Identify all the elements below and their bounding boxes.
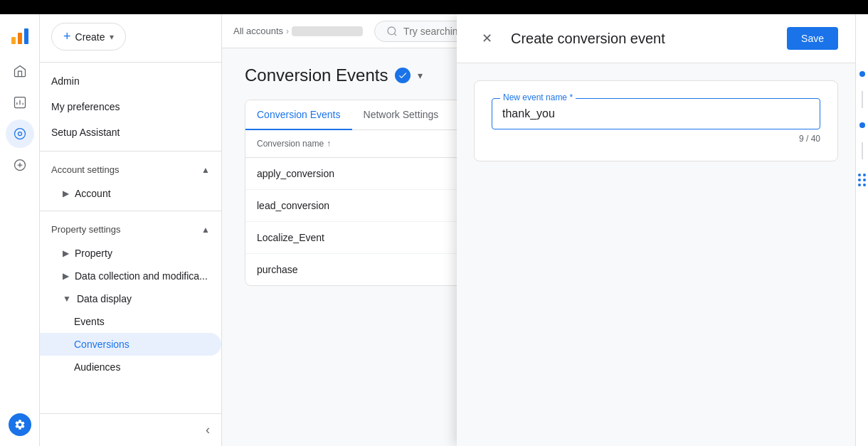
sidebar-item-data-collection[interactable]: ▶ Data collection and modifica... [40, 265, 221, 287]
sidebar-item-account[interactable]: ▶ Account [40, 182, 221, 205]
app-logo [0, 20, 39, 57]
svg-point-5 [18, 132, 21, 136]
conversions-label: Conversions [74, 339, 129, 350]
sidebar-item-events[interactable]: Events [40, 310, 221, 333]
property-label: Property [75, 248, 112, 259]
collapse-sidebar-button[interactable]: ‹ [206, 423, 210, 437]
chevron-down-icon: ▾ [110, 32, 114, 42]
col-conversion-name-label: Conversion name [257, 139, 324, 149]
save-button[interactable]: Save [787, 27, 838, 50]
svg-point-7 [388, 27, 396, 35]
event-name-label: New event name * [500, 92, 576, 102]
sidebar: + Create ▾ Admin My preferences Setup As… [40, 14, 222, 446]
create-button-label: Create [75, 31, 105, 43]
admin-label: Admin [51, 75, 80, 87]
close-panel-button[interactable]: ✕ [474, 26, 499, 51]
sidebar-divider-2 [40, 151, 221, 152]
preferences-label: My preferences [51, 101, 120, 112]
edge-dot-2 [859, 122, 865, 128]
panel-title: Create conversion event [511, 31, 665, 47]
tab-network-settings[interactable]: Network Settings [352, 100, 450, 130]
account-label: Account [75, 188, 111, 199]
account-name-blurred [292, 26, 363, 36]
page-title-text: Conversion Events [245, 65, 388, 85]
sidebar-item-conversions[interactable]: Conversions [40, 333, 221, 356]
sidebar-footer: ‹ [40, 413, 221, 446]
breadcrumb-separator: › [286, 26, 289, 36]
sidebar-item-property[interactable]: ▶ Property [40, 242, 221, 265]
edge-dot [859, 71, 865, 77]
sidebar-item-audiences[interactable]: Audiences [40, 356, 221, 378]
sidebar-divider [40, 62, 221, 63]
property-settings-label: Property settings [51, 224, 121, 235]
events-label: Events [74, 316, 105, 327]
account-settings-collapse-icon: ▲ [201, 165, 210, 175]
sidebar-item-setup[interactable]: Setup Assistant [40, 120, 221, 145]
create-button[interactable]: + Create ▾ [51, 23, 126, 51]
svg-rect-2 [24, 28, 28, 44]
panel-header: ✕ Create conversion event Save [457, 14, 855, 63]
nav-home-icon[interactable] [6, 57, 34, 85]
all-accounts-label: All accounts [233, 26, 283, 36]
data-display-chevron-icon: ▼ [63, 294, 71, 304]
chevron-right-icon: ▶ [63, 189, 69, 198]
setup-label: Setup Assistant [51, 127, 120, 138]
settings-circle[interactable] [9, 413, 31, 436]
right-panel: ✕ Create conversion event Save New event… [457, 14, 855, 446]
sidebar-item-admin[interactable]: Admin [40, 68, 221, 94]
right-edge [855, 14, 868, 446]
icon-nav [0, 14, 40, 446]
event-name-input[interactable] [492, 98, 820, 129]
property-settings-section[interactable]: Property settings ▲ [40, 217, 221, 242]
data-collection-chevron-icon: ▶ [63, 271, 69, 281]
data-display-label: Data display [77, 293, 132, 304]
title-verified-badge [395, 68, 411, 83]
sidebar-divider-3 [40, 211, 221, 211]
sidebar-item-data-display[interactable]: ▼ Data display [40, 287, 221, 310]
search-icon [386, 26, 398, 37]
account-settings-section[interactable]: Account settings ▲ [40, 157, 221, 182]
page-title: Conversion Events ▾ [245, 65, 423, 85]
property-chevron-icon: ▶ [63, 248, 69, 258]
edge-line [862, 91, 863, 108]
analytics-logo-icon [10, 26, 30, 46]
settings-gear-icon[interactable] [6, 415, 34, 443]
panel-body: New event name * 9 / 40 [457, 63, 855, 446]
event-name-field: New event name * [492, 98, 820, 129]
property-settings-collapse-icon: ▲ [201, 225, 210, 235]
title-dropdown-icon[interactable]: ▾ [418, 70, 423, 81]
nav-advertising-icon[interactable] [6, 151, 34, 179]
breadcrumb: All accounts › [233, 26, 363, 36]
svg-rect-1 [18, 33, 22, 44]
nav-reports-icon[interactable] [6, 88, 34, 117]
nav-explore-icon[interactable] [6, 120, 34, 148]
char-count: 9 / 40 [492, 134, 820, 144]
edge-line-2 [862, 142, 863, 159]
data-collection-label: Data collection and modifica... [75, 270, 208, 282]
form-card: New event name * 9 / 40 [474, 80, 838, 161]
plus-icon: + [63, 29, 71, 44]
audiences-label: Audiences [74, 361, 120, 373]
sidebar-item-preferences[interactable]: My preferences [40, 94, 221, 120]
close-icon: ✕ [482, 31, 492, 46]
svg-point-4 [14, 129, 25, 139]
account-settings-label: Account settings [51, 164, 119, 175]
edge-dots-grid [858, 174, 866, 186]
sort-icon: ↑ [327, 139, 331, 149]
svg-rect-0 [11, 37, 16, 44]
main-content: All accounts › Conversion Events [222, 14, 855, 446]
sidebar-header: + Create ▾ [40, 14, 221, 56]
tab-conversion-events[interactable]: Conversion Events [245, 100, 352, 130]
